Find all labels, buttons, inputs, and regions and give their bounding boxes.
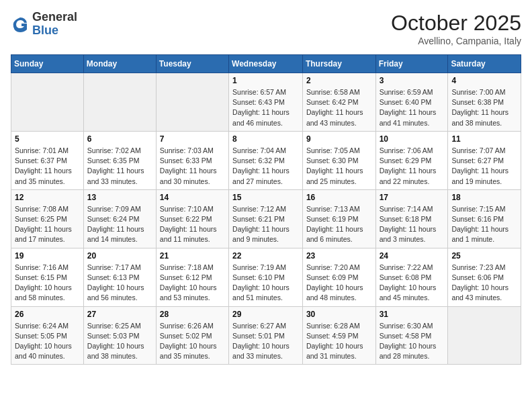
day-info: Sunrise: 7:12 AMSunset: 6:21 PMDaylight:… xyxy=(232,204,299,245)
day-info: Sunrise: 7:00 AMSunset: 6:38 PMDaylight:… xyxy=(451,87,517,128)
day-number: 22 xyxy=(232,251,299,261)
calendar-cell: 30Sunrise: 6:28 AMSunset: 4:59 PMDayligh… xyxy=(302,306,375,365)
day-info: Sunrise: 6:59 AMSunset: 6:40 PMDaylight:… xyxy=(380,87,445,128)
calendar-cell: 8Sunrise: 7:04 AMSunset: 6:32 PMDaylight… xyxy=(229,131,303,189)
calendar-week-1: 1Sunrise: 6:57 AMSunset: 6:43 PMDaylight… xyxy=(11,73,521,132)
day-info: Sunrise: 7:03 AMSunset: 6:33 PMDaylight:… xyxy=(160,146,225,187)
day-info: Sunrise: 6:27 AMSunset: 5:01 PMDaylight:… xyxy=(232,321,299,362)
day-info: Sunrise: 7:13 AMSunset: 6:19 PMDaylight:… xyxy=(306,204,372,245)
day-number: 26 xyxy=(15,310,80,319)
calendar-cell: 18Sunrise: 7:15 AMSunset: 6:16 PMDayligh… xyxy=(448,189,521,248)
day-info: Sunrise: 7:14 AMSunset: 6:18 PMDaylight:… xyxy=(380,204,445,245)
day-info: Sunrise: 7:01 AMSunset: 6:37 PMDaylight:… xyxy=(15,146,80,187)
day-number: 25 xyxy=(451,251,517,261)
day-number: 5 xyxy=(15,134,80,144)
day-info: Sunrise: 6:25 AMSunset: 5:03 PMDaylight:… xyxy=(87,321,152,362)
calendar-cell: 13Sunrise: 7:09 AMSunset: 6:24 PMDayligh… xyxy=(83,189,156,248)
day-number: 14 xyxy=(160,193,225,202)
month-title: October 2025 xyxy=(391,11,521,36)
day-number: 6 xyxy=(87,134,152,144)
day-info: Sunrise: 7:02 AMSunset: 6:35 PMDaylight:… xyxy=(87,146,152,187)
calendar-cell: 15Sunrise: 7:12 AMSunset: 6:21 PMDayligh… xyxy=(229,189,303,248)
calendar-cell xyxy=(83,73,156,132)
day-number: 2 xyxy=(306,76,372,85)
calendar-cell: 22Sunrise: 7:19 AMSunset: 6:10 PMDayligh… xyxy=(229,248,303,306)
day-info: Sunrise: 7:06 AMSunset: 6:29 PMDaylight:… xyxy=(380,146,445,187)
weekday-header-saturday: Saturday xyxy=(448,55,521,73)
day-number: 7 xyxy=(160,134,225,144)
calendar-cell: 2Sunrise: 6:58 AMSunset: 6:42 PMDaylight… xyxy=(302,73,375,132)
location-text: Avellino, Campania, Italy xyxy=(391,36,521,46)
day-info: Sunrise: 7:15 AMSunset: 6:16 PMDaylight:… xyxy=(451,204,517,245)
day-number: 13 xyxy=(87,193,152,202)
day-info: Sunrise: 6:24 AMSunset: 5:05 PMDaylight:… xyxy=(15,321,80,362)
logo-icon xyxy=(11,15,30,34)
calendar-cell: 17Sunrise: 7:14 AMSunset: 6:18 PMDayligh… xyxy=(375,189,448,248)
day-info: Sunrise: 6:28 AMSunset: 4:59 PMDaylight:… xyxy=(306,321,372,362)
calendar-cell: 31Sunrise: 6:30 AMSunset: 4:58 PMDayligh… xyxy=(375,306,448,365)
day-info: Sunrise: 7:09 AMSunset: 6:24 PMDaylight:… xyxy=(87,204,152,245)
day-number: 21 xyxy=(160,251,225,261)
calendar-cell: 28Sunrise: 6:26 AMSunset: 5:02 PMDayligh… xyxy=(156,306,228,365)
day-number: 29 xyxy=(232,310,299,319)
calendar-cell: 23Sunrise: 7:20 AMSunset: 6:09 PMDayligh… xyxy=(302,248,375,306)
day-number: 10 xyxy=(380,134,445,144)
day-info: Sunrise: 6:58 AMSunset: 6:42 PMDaylight:… xyxy=(306,87,372,128)
day-info: Sunrise: 7:05 AMSunset: 6:30 PMDaylight:… xyxy=(306,146,372,187)
day-number: 8 xyxy=(232,134,299,144)
calendar-cell: 11Sunrise: 7:07 AMSunset: 6:27 PMDayligh… xyxy=(448,131,521,189)
day-info: Sunrise: 6:30 AMSunset: 4:58 PMDaylight:… xyxy=(380,321,445,362)
day-info: Sunrise: 7:04 AMSunset: 6:32 PMDaylight:… xyxy=(232,146,299,187)
day-number: 15 xyxy=(232,193,299,202)
weekday-header-friday: Friday xyxy=(375,55,448,73)
calendar-cell: 14Sunrise: 7:10 AMSunset: 6:22 PMDayligh… xyxy=(156,189,228,248)
day-number: 12 xyxy=(15,193,80,202)
day-number: 19 xyxy=(15,251,80,261)
calendar-cell: 16Sunrise: 7:13 AMSunset: 6:19 PMDayligh… xyxy=(302,189,375,248)
calendar-body: 1Sunrise: 6:57 AMSunset: 6:43 PMDaylight… xyxy=(11,73,521,365)
calendar-week-4: 19Sunrise: 7:16 AMSunset: 6:15 PMDayligh… xyxy=(11,248,521,306)
calendar-cell: 21Sunrise: 7:18 AMSunset: 6:12 PMDayligh… xyxy=(156,248,228,306)
day-info: Sunrise: 7:16 AMSunset: 6:15 PMDaylight:… xyxy=(15,263,80,304)
logo-general-text: General xyxy=(32,11,77,24)
weekday-header-wednesday: Wednesday xyxy=(229,55,303,73)
day-number: 11 xyxy=(451,134,517,144)
page-header: General Blue October 2025 Avellino, Camp… xyxy=(11,11,521,46)
calendar-cell: 20Sunrise: 7:17 AMSunset: 6:13 PMDayligh… xyxy=(83,248,156,306)
weekday-header-monday: Monday xyxy=(83,55,156,73)
day-number: 16 xyxy=(306,193,372,202)
day-number: 31 xyxy=(380,310,445,319)
day-info: Sunrise: 7:17 AMSunset: 6:13 PMDaylight:… xyxy=(87,263,152,304)
day-info: Sunrise: 7:10 AMSunset: 6:22 PMDaylight:… xyxy=(160,204,225,245)
day-info: Sunrise: 7:18 AMSunset: 6:12 PMDaylight:… xyxy=(160,263,225,304)
day-number: 28 xyxy=(160,310,225,319)
weekday-header-tuesday: Tuesday xyxy=(156,55,228,73)
calendar-week-2: 5Sunrise: 7:01 AMSunset: 6:37 PMDaylight… xyxy=(11,131,521,189)
calendar-header: SundayMondayTuesdayWednesdayThursdayFrid… xyxy=(11,55,521,73)
calendar-cell: 27Sunrise: 6:25 AMSunset: 5:03 PMDayligh… xyxy=(83,306,156,365)
calendar-cell: 9Sunrise: 7:05 AMSunset: 6:30 PMDaylight… xyxy=(302,131,375,189)
day-info: Sunrise: 6:26 AMSunset: 5:02 PMDaylight:… xyxy=(160,321,225,362)
calendar-cell xyxy=(11,73,84,132)
day-number: 27 xyxy=(87,310,152,319)
day-info: Sunrise: 7:23 AMSunset: 6:06 PMDaylight:… xyxy=(451,263,517,304)
calendar-cell xyxy=(448,306,521,365)
calendar-cell: 19Sunrise: 7:16 AMSunset: 6:15 PMDayligh… xyxy=(11,248,84,306)
day-number: 23 xyxy=(306,251,372,261)
weekday-header-row: SundayMondayTuesdayWednesdayThursdayFrid… xyxy=(11,55,521,73)
calendar-cell xyxy=(156,73,228,132)
day-number: 24 xyxy=(380,251,445,261)
calendar-cell: 12Sunrise: 7:08 AMSunset: 6:25 PMDayligh… xyxy=(11,189,84,248)
day-number: 17 xyxy=(380,193,445,202)
calendar-cell: 29Sunrise: 6:27 AMSunset: 5:01 PMDayligh… xyxy=(229,306,303,365)
logo-blue-text: Blue xyxy=(32,24,77,38)
calendar-cell: 25Sunrise: 7:23 AMSunset: 6:06 PMDayligh… xyxy=(448,248,521,306)
day-info: Sunrise: 7:20 AMSunset: 6:09 PMDaylight:… xyxy=(306,263,372,304)
day-info: Sunrise: 6:57 AMSunset: 6:43 PMDaylight:… xyxy=(232,87,299,128)
calendar-cell: 5Sunrise: 7:01 AMSunset: 6:37 PMDaylight… xyxy=(11,131,84,189)
title-block: October 2025 Avellino, Campania, Italy xyxy=(391,11,521,46)
calendar-week-5: 26Sunrise: 6:24 AMSunset: 5:05 PMDayligh… xyxy=(11,306,521,365)
day-number: 18 xyxy=(451,193,517,202)
calendar-cell: 6Sunrise: 7:02 AMSunset: 6:35 PMDaylight… xyxy=(83,131,156,189)
weekday-header-sunday: Sunday xyxy=(11,55,84,73)
